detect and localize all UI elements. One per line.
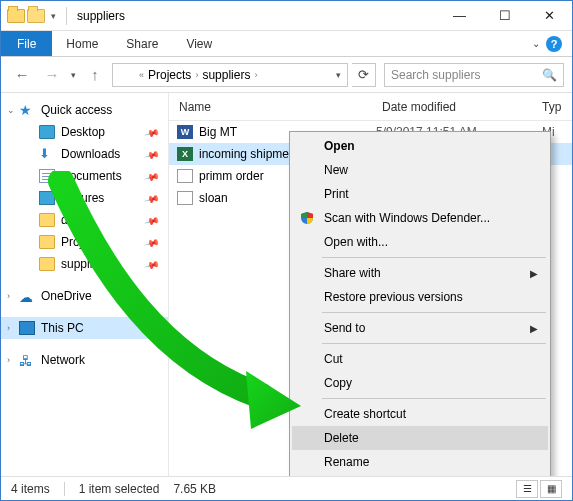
sidebar-desktop[interactable]: Desktop 📌 [1,121,168,143]
maximize-button[interactable]: ☐ [482,1,527,30]
star-icon: ★ [19,103,35,117]
cm-restore[interactable]: Restore previous versions [292,285,548,309]
tab-view[interactable]: View [172,31,226,56]
context-menu: Open New Print Scan with Windows Defende… [289,131,551,501]
window-icon[interactable] [7,9,25,23]
shield-icon [300,211,314,225]
sidebar-suppliers[interactable]: suppliers 📌 [1,253,168,275]
pin-icon: 📌 [144,190,160,206]
window-title: suppliers [77,9,125,23]
cm-delete[interactable]: Delete [292,426,548,450]
ribbon-tabs: File Home Share View ⌄ ? [1,31,572,57]
cm-create-shortcut[interactable]: Create shortcut [292,402,548,426]
status-item-count: 4 items [11,482,50,496]
tab-file[interactable]: File [1,31,52,56]
quick-access-toolbar: ▾ [1,7,77,25]
tab-share[interactable]: Share [112,31,172,56]
pin-icon: 📌 [144,212,160,228]
excel-icon: X [177,147,193,161]
qat-open-icon[interactable] [27,9,45,23]
search-placeholder: Search suppliers [391,68,480,82]
view-details-button[interactable]: ☰ [516,480,538,498]
search-icon: 🔍 [542,68,557,82]
sidebar-onedrive[interactable]: › ☁ OneDrive [1,285,168,307]
sidebar-item-label: This PC [41,321,84,335]
cm-send-to[interactable]: Send to▶ [292,316,548,340]
address-folder-icon [119,69,132,80]
pin-icon: 📌 [144,168,160,184]
sidebar-this-pc[interactable]: › This PC [1,317,168,339]
cm-copy[interactable]: Copy [292,371,548,395]
sidebar-documents[interactable]: Documents 📌 [1,165,168,187]
expand-icon[interactable]: › [7,355,10,365]
sidebar-downloads[interactable]: ⬇ Downloads 📌 [1,143,168,165]
cm-open[interactable]: Open [292,134,548,158]
expand-icon[interactable]: › [7,291,10,301]
cm-defender[interactable]: Scan with Windows Defender... [292,206,548,230]
history-dropdown-icon[interactable]: ▾ [69,70,78,80]
help-icon[interactable]: ? [546,36,562,52]
status-selected: 1 item selected [79,482,160,496]
tab-home[interactable]: Home [52,31,112,56]
minimize-button[interactable]: — [437,1,482,30]
breadcrumb-chevron-icon[interactable]: › [193,70,200,80]
sidebar-quick-access[interactable]: ⌄ ★ Quick access [1,99,168,121]
ribbon-collapse-icon[interactable]: ⌄ [532,38,540,49]
address-bar[interactable]: « Projects › suppliers › ▾ [112,63,348,87]
cm-cut[interactable]: Cut [292,347,548,371]
address-dropdown-icon[interactable]: ▾ [330,70,347,80]
pc-icon [19,321,35,335]
sidebar-projects[interactable]: Projects 📌 [1,231,168,253]
network-icon: 🖧 [19,353,35,367]
qat-separator [66,7,67,25]
pin-icon: 📌 [144,146,160,162]
desktop-icon [39,125,55,139]
refresh-button[interactable]: ⟳ [352,63,376,87]
forward-button[interactable]: → [39,62,65,88]
status-size: 7.65 KB [173,482,216,496]
close-button[interactable]: ✕ [527,1,572,30]
column-name[interactable]: Name [169,100,382,114]
breadcrumb-suppliers[interactable]: suppliers [200,68,252,82]
view-thumbnails-button[interactable]: ▦ [540,480,562,498]
cm-share-with[interactable]: Share with▶ [292,261,548,285]
breadcrumb-projects[interactable]: Projects [146,68,193,82]
expand-icon[interactable]: ⌄ [7,105,15,115]
submenu-arrow-icon: ▶ [530,323,538,334]
cm-open-with[interactable]: Open with... [292,230,548,254]
search-input[interactable]: Search suppliers 🔍 [384,63,564,87]
up-button[interactable]: ↑ [82,62,108,88]
sidebar-item-label: Desktop [61,125,105,139]
cm-new[interactable]: New [292,158,548,182]
breadcrumb-chevron-icon[interactable]: › [252,70,259,80]
sidebar-item-label: Network [41,353,85,367]
breadcrumb-sep-icon[interactable]: « [137,70,146,80]
cm-print[interactable]: Print [292,182,548,206]
title-bar: ▾ suppliers — ☐ ✕ [1,1,572,31]
file-icon [177,169,193,183]
sidebar-network[interactable]: › 🖧 Network [1,349,168,371]
cm-separator [322,257,546,258]
word-icon: W [177,125,193,139]
status-sep [64,482,65,496]
column-type[interactable]: Typ [542,100,572,114]
back-button[interactable]: ← [9,62,35,88]
file-icon [177,191,193,205]
window-controls: — ☐ ✕ [437,1,572,30]
sidebar-item-label: OneDrive [41,289,92,303]
column-date[interactable]: Date modified [382,100,542,114]
pin-icon: 📌 [144,124,160,140]
submenu-arrow-icon: ▶ [530,268,538,279]
pictures-icon [39,191,55,205]
pin-icon: 📌 [144,256,160,272]
sidebar-item-label: Pictures [61,191,104,205]
qat-customize-icon[interactable]: ▾ [47,9,60,23]
expand-icon[interactable]: › [7,323,10,333]
sidebar-drafts[interactable]: drafts 📌 [1,209,168,231]
nav-tree: ⌄ ★ Quick access Desktop 📌 ⬇ Downloads 📌… [1,93,169,476]
sidebar-pictures[interactable]: Pictures 📌 [1,187,168,209]
folder-icon [39,235,55,249]
sidebar-item-label: Quick access [41,103,112,117]
sidebar-item-label: Documents [61,169,122,183]
cm-rename[interactable]: Rename [292,450,548,474]
